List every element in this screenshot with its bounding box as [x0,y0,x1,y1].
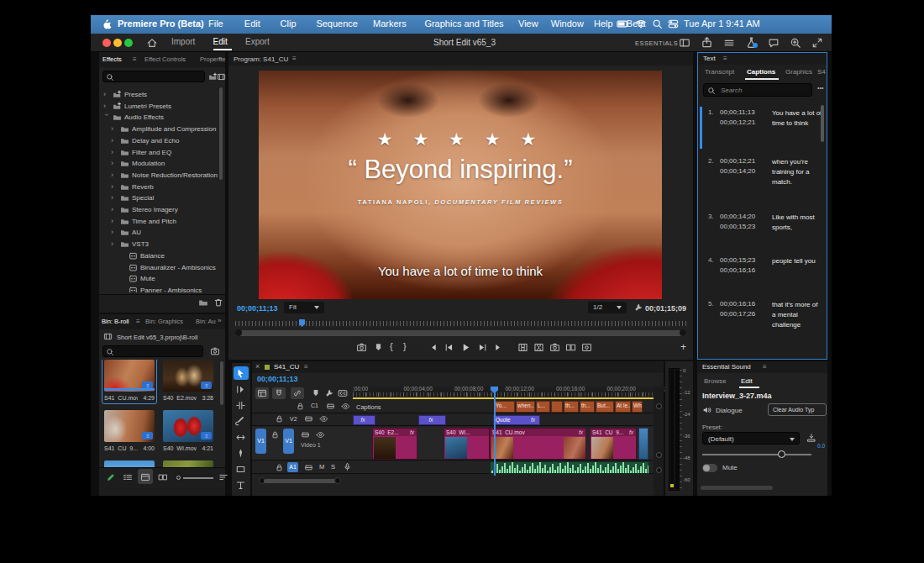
tab-bin-au[interactable]: Bin: Au [196,318,216,325]
tree-chevron-icon[interactable]: › [111,228,118,236]
bin-breadcrumb[interactable]: Short Edit v65_3.prproj\B-roll [117,334,222,341]
effects-tree-item[interactable]: ›Delay and Echo [99,135,225,146]
lift-icon[interactable] [517,342,528,353]
beta-feedback-flask-icon[interactable] [745,36,758,49]
caption-row-in-timecode[interactable]: 00;00;16;16 [720,300,755,308]
snap-magnet-icon[interactable] [274,388,284,398]
a1-solo-button[interactable]: S [331,463,339,472]
tab-captions[interactable]: Captions [747,68,775,76]
effects-tree-item[interactable]: ›Modulation [99,158,225,169]
button-editor-plus-icon[interactable]: + [680,341,689,353]
timeline-vscroll-knob[interactable] [656,452,662,458]
spotlight-icon[interactable] [652,18,663,29]
caption-row-text[interactable]: that it's more of a mental challenge [772,300,822,342]
effects-tree-item[interactable]: ›Amplitude and Compression [99,124,225,134]
goto-in-icon[interactable] [427,342,438,353]
comparison-view-icon[interactable] [565,342,576,353]
caption-clip[interactable]: Wh... [632,401,643,413]
writable-pencil-icon[interactable] [106,472,116,482]
bin-clip-thumbnail[interactable]: ⠿ [104,360,155,392]
tree-chevron-icon[interactable]: › [111,124,118,133]
captions-cc-icon[interactable] [338,388,348,398]
captions-track-eye-icon[interactable] [341,402,350,411]
bin-clip-thumbnail[interactable]: ⠿ [163,360,213,392]
intensity-slider-track[interactable] [702,454,811,455]
ripple-edit-tool-icon[interactable] [235,400,246,411]
selection-tool-icon[interactable] [235,368,246,379]
bin-clip[interactable] [163,460,215,467]
add-marker-icon[interactable] [311,388,321,398]
bin-clip[interactable]: ⠿S40_E2.mov3:28 [163,360,215,408]
wifi-icon[interactable] [635,18,647,29]
v1-insert-icon[interactable] [301,430,310,439]
captions-scrollbar[interactable] [821,105,824,142]
effects-tree-item[interactable]: ›Stereo Imagery [99,204,225,215]
caption-row-text[interactable]: Like with most sports, [772,213,822,255]
video-clip[interactable]: S40_E2...fx [372,428,417,460]
clip-scrubber-bar[interactable] [104,388,155,391]
timeline-tab-title[interactable]: S41_CU [274,363,299,371]
menubar-app-name[interactable]: Premiere Pro (Beta) [118,18,204,29]
grid-view-icon[interactable] [140,472,150,482]
caption-clip[interactable] [551,401,563,413]
caption-clip[interactable]: th... [580,401,595,413]
panel-menu-icon[interactable]: ≡ [723,55,730,61]
tree-chevron-icon[interactable]: › [111,136,118,145]
track-select-tool-icon[interactable] [235,384,246,395]
bin-clip[interactable]: ⠿S41_CU_9...4:00 [104,410,156,459]
bin-clip-thumbnail[interactable] [163,460,213,467]
caption-row-out-timecode[interactable]: 00;00;15;23 [720,223,755,230]
sort-icon[interactable] [218,472,228,482]
delete-icon[interactable] [213,297,223,308]
a1-track-patch[interactable]: A1 [287,462,298,472]
program-timecode[interactable]: 00;00;11;13 [237,304,278,313]
captions-overflow-menu[interactable]: ••• [817,85,827,95]
panel-menu-icon[interactable]: ≡ [292,55,299,61]
effects-tree-item[interactable]: ›Reverb [99,182,225,192]
bin-clip[interactable]: ⠿S40_WI.mov4:21 [163,410,215,459]
timeline-playhead-line[interactable] [494,392,496,476]
caption-clip[interactable]: when... [516,401,535,413]
caption-clip[interactable]: th... [564,401,579,413]
tree-chevron-icon[interactable]: › [111,217,118,225]
thumb-zoom-slider-dot[interactable] [176,476,181,480]
effects-tree-item[interactable]: Binauralizer - Ambisonics [99,262,225,273]
clear-audio-type-button[interactable]: Clear Audio Typ [768,403,827,416]
slip-tool-icon[interactable] [235,432,246,443]
export-frame-search-icon[interactable] [356,342,367,353]
caption-row[interactable]: 2.00;00;12;2100;00;14;20when you're trai… [698,155,824,201]
video-clip[interactable]: S41_CU_9...fx [590,428,637,460]
save-preset-download-icon[interactable] [806,433,816,443]
type-tool-icon[interactable] [235,480,246,491]
graphic-clip[interactable]: Quotefx [493,415,540,425]
a1-mic-icon[interactable] [343,462,352,471]
caption-row-out-timecode[interactable]: 00;00;16;16 [720,266,755,274]
tree-chevron-icon[interactable]: › [111,205,118,213]
es-bottom-scrollbar[interactable] [701,486,773,490]
rectangle-tool-icon[interactable] [235,464,246,475]
menubar-menu-markers[interactable]: Markers [373,18,407,29]
stacked-panel-icon[interactable] [723,37,735,49]
a1-insert-icon[interactable] [304,463,313,472]
razor-tool-icon[interactable] [235,416,246,427]
v1-track-patch[interactable]: V1 [283,429,294,454]
timeline-hscroll-track[interactable] [264,479,336,483]
preset-select[interactable]: (Default) [702,432,800,445]
playback-resolution-select[interactable]: 1/2 [588,302,627,313]
battery-icon[interactable] [617,18,629,30]
new-bin-icon[interactable] [198,297,208,308]
v2-track-label[interactable]: V2 [290,416,297,422]
caption-row-out-timecode[interactable]: 00;00;14;20 [720,167,755,175]
bin-clip[interactable] [104,460,156,467]
menubar-menu-help[interactable]: Help [594,18,613,29]
menubar-menu-window[interactable]: Window [551,18,584,29]
graphic-clip[interactable]: fx [418,415,446,425]
timeline-settings-wrench-icon[interactable] [324,388,334,398]
v2-insert-icon[interactable] [304,414,313,424]
effects-search-field[interactable] [102,71,205,82]
mark-in-icon[interactable]: { [390,341,398,353]
captions-track-patch[interactable]: C1 [311,402,323,411]
program-scrollbar-knob-right[interactable] [680,329,686,336]
caption-clip[interactable]: At le... [615,401,631,413]
bin-clip-thumbnail[interactable]: ⠿ [163,410,213,442]
